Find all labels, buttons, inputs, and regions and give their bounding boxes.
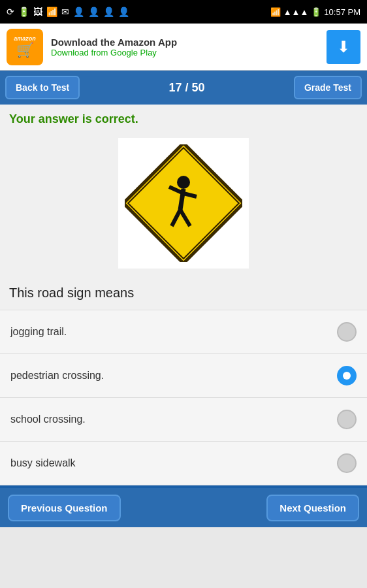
svg-point-2: [177, 176, 190, 189]
answer-row-1[interactable]: jogging trail.: [0, 310, 367, 353]
answer-row-4[interactable]: busy sidewalk: [0, 441, 367, 485]
wifi-icon: 📶: [270, 7, 281, 17]
cart-icon: 🛒: [16, 42, 34, 59]
sign-container: [0, 131, 367, 279]
sync-icon: ⟳: [7, 7, 14, 17]
battery-charging-icon: 🔋: [311, 7, 321, 17]
next-question-button[interactable]: Next Question: [266, 495, 359, 521]
correct-answer-banner: Your answer is correct.: [0, 105, 367, 131]
pedestrian-crossing-sign: [125, 144, 242, 262]
download-icon: ⬇: [337, 38, 350, 56]
battery-icon: 🔋: [18, 7, 29, 17]
ad-subtitle: Download from Google Play: [51, 48, 319, 57]
previous-question-button[interactable]: Previous Question: [8, 495, 121, 521]
progress-indicator: 17 / 50: [169, 81, 205, 95]
alarm3-icon: 👤: [103, 7, 114, 17]
answers-area: jogging trail. pedestrian crossing. scho…: [0, 310, 367, 485]
content-area: Your answer is correct.: [0, 105, 367, 485]
bottom-nav: Previous Question Next Question: [0, 488, 367, 527]
status-bar: ⟳ 🔋 🖼 📶 ✉ 👤 👤 👤 👤 📶 ▲▲▲ 🔋 10:57 PM: [0, 0, 367, 24]
back-to-test-button[interactable]: Back to Test: [5, 76, 80, 99]
status-left-icons: ⟳ 🔋 🖼 📶 ✉ 👤 👤 👤 👤: [7, 7, 129, 17]
ad-text-area: Download the Amazon App Download from Go…: [51, 37, 319, 57]
nav-bar: Back to Test 17 / 50 Grade Test: [0, 71, 367, 105]
answer-row-3[interactable]: school crossing.: [0, 397, 367, 441]
correct-text: Your answer is correct.: [9, 112, 138, 125]
email-icon: ✉: [61, 7, 69, 17]
ad-title: Download the Amazon App: [51, 37, 319, 48]
ad-download-button[interactable]: ⬇: [327, 30, 360, 64]
question-text: This road sign means: [9, 286, 134, 300]
question-area: This road sign means: [0, 279, 367, 310]
status-right-icons: 📶 ▲▲▲ 🔋 10:57 PM: [270, 7, 360, 17]
answer-label-4: busy sidewalk: [10, 457, 337, 469]
answer-row-2[interactable]: pedestrian crossing.: [0, 353, 367, 397]
image-icon: 🖼: [33, 7, 42, 17]
answer-label-2: pedestrian crossing.: [10, 370, 337, 382]
status-time: 10:57 PM: [324, 7, 360, 17]
grade-test-button[interactable]: Grade Test: [294, 76, 362, 99]
radio-button-4[interactable]: [337, 453, 357, 473]
answer-label-1: jogging trail.: [10, 326, 337, 338]
radio-button-2[interactable]: [337, 366, 357, 385]
alarm1-icon: 👤: [73, 7, 84, 17]
signal-icon: ▲▲▲: [283, 7, 309, 17]
radio-button-1[interactable]: [337, 322, 357, 342]
amazon-logo: amazon 🛒: [7, 29, 43, 65]
ad-banner[interactable]: amazon 🛒 Download the Amazon App Downloa…: [0, 24, 367, 71]
sim-icon: 📶: [46, 7, 57, 17]
alarm2-icon: 👤: [88, 7, 99, 17]
answer-label-3: school crossing.: [10, 414, 337, 425]
radio-button-3[interactable]: [337, 410, 357, 429]
alarm4-icon: 👤: [118, 7, 129, 17]
sign-image-box: [118, 138, 249, 269]
